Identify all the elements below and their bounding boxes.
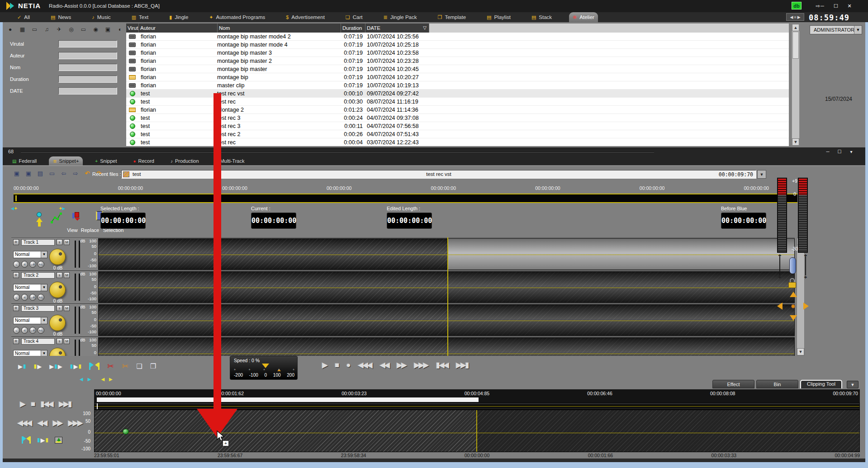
editor-tab[interactable]: + Snippet [91, 156, 121, 165]
track-name[interactable]: Track 3 [21, 305, 55, 312]
editor-tab[interactable]: ≣ Snippet+ [49, 156, 83, 165]
chevron-down-icon[interactable]: ▼ [41, 251, 47, 258]
category-tab[interactable]: ▮ Jingle [166, 12, 192, 22]
table-row[interactable]: florian Montage 2 0:01:23 04/07/2024 11:… [126, 106, 789, 114]
pan-left-button[interactable]: L [13, 294, 20, 301]
user-mode-icon[interactable] [33, 212, 45, 227]
transport-button[interactable]: ● [346, 361, 349, 370]
category-tab[interactable]: ❋ Atelier [569, 12, 598, 22]
table-row[interactable]: test test rec 3 0:00:24 04/07/2024 09:37… [126, 114, 789, 122]
clip-point-marker[interactable] [123, 429, 129, 435]
clip-transport-button[interactable]: ▶▶ [52, 418, 62, 428]
nudge-in-right-icon[interactable]: ▶ [88, 377, 91, 382]
gain-knob[interactable] [49, 348, 66, 356]
browser-tool-icon[interactable]: ✈ [55, 26, 63, 33]
browser-tool-icon[interactable]: ▦ [19, 26, 26, 33]
track-waveform[interactable] [98, 238, 795, 270]
play-selection-icon[interactable]: ▮▶▮ [37, 437, 48, 443]
column-header-auteur[interactable]: Auteur [138, 24, 217, 33]
clip-tool-tab[interactable]: Bin [756, 380, 798, 388]
category-tab[interactable]: ▤ Playlist [483, 12, 514, 22]
track-mute-button[interactable]: M [64, 272, 70, 278]
category-tab[interactable]: ▤ Stack [528, 12, 555, 22]
gain-knob[interactable] [49, 315, 66, 331]
track-mute-button[interactable]: M [64, 338, 70, 344]
browser-tool-icon[interactable]: ◐ [116, 26, 124, 33]
maximize-button[interactable]: ☐ [830, 2, 841, 9]
track-mute-button[interactable]: M [64, 239, 70, 245]
scroll-up-icon[interactable]: ▲ [792, 24, 799, 31]
category-tab[interactable]: ❏ Cart [342, 12, 366, 22]
user-dropdown[interactable]: ADMINISTRATOR ▼ [810, 25, 862, 34]
track-solo-button[interactable]: s [57, 239, 62, 245]
link-fader[interactable] [789, 257, 796, 274]
track-name[interactable]: Track 4 [21, 338, 55, 345]
pan-lr-button[interactable]: L/R [29, 327, 36, 334]
category-tab[interactable]: ♪ Music [88, 12, 114, 22]
nav-up-icon[interactable] [790, 292, 797, 297]
editor-toolbar-icon[interactable]: ▣ [24, 170, 33, 178]
chevron-down-icon[interactable]: ▼ [41, 350, 47, 356]
mark-in-play-icon[interactable]: ▶▮ [18, 364, 26, 369]
clip-transport-button[interactable]: ▶ [20, 399, 24, 409]
table-row[interactable]: test test rec 0:00:30 08/07/2024 11:16:1… [126, 98, 789, 106]
editor-toolbar-icon[interactable]: ▣ [13, 170, 21, 178]
clip-waveform[interactable] [94, 410, 860, 452]
transport-button[interactable]: ▶▶▮ [456, 360, 468, 370]
editor-toolbar-icon[interactable]: ▤ [36, 170, 44, 178]
track-mute-button[interactable]: M [64, 305, 70, 311]
mark-out-icon[interactable] [29, 436, 31, 444]
clip-tool-tab[interactable]: Effect [712, 380, 754, 388]
clip-transport-button[interactable]: ◀◀ [37, 418, 46, 428]
track-record-button[interactable]: R [13, 239, 19, 245]
scroll-down-icon[interactable]: ▼ [792, 138, 799, 146]
table-row[interactable]: florian master clip 0:07:19 10/07/2024 1… [126, 81, 789, 90]
transport-button[interactable]: ▶▶▶ [414, 360, 427, 370]
editor-tab[interactable]: ≡ Multi-Track [211, 156, 249, 165]
pan-rl-button[interactable]: R/L [38, 327, 44, 334]
track-mode-select[interactable]: Normal ▼ [13, 317, 47, 324]
clip-transport-button[interactable]: ▶▶▮ [59, 399, 71, 409]
nav-down-icon[interactable] [790, 315, 797, 321]
play-selection-icon[interactable]: ▮▶▮ [70, 364, 81, 369]
table-row[interactable]: test test rec vst 0:00:10 09/07/2024 09:… [126, 90, 789, 98]
column-header-duration[interactable]: Duration [341, 24, 365, 33]
window-menu-icon[interactable]: ▾ [847, 148, 856, 155]
table-row[interactable]: test test rec 0:00:04 03/07/2024 12:22:4… [126, 138, 789, 146]
pan-right-button[interactable]: R [21, 327, 28, 334]
editor-overview-bar[interactable] [14, 194, 797, 203]
category-tab[interactable]: ≣ Jingle Pack [379, 12, 420, 22]
copy-icon[interactable]: ❏ [136, 362, 142, 370]
scrollbar-thumb[interactable] [792, 32, 799, 59]
editor-toolbar-icon[interactable]: ⇨ [71, 170, 80, 178]
nav-center-icon[interactable] [791, 304, 795, 308]
window-minimize-icon[interactable]: ─ [823, 148, 832, 155]
view-tool[interactable]: View [46, 211, 66, 227]
track-solo-button[interactable]: s [57, 305, 62, 311]
pan-left-button[interactable]: L [13, 327, 20, 334]
mark-in-icon[interactable] [22, 436, 23, 444]
filter-field-input[interactable] [58, 40, 117, 47]
table-row[interactable]: florian montage bip master mode 4 0:07:1… [126, 41, 789, 49]
pan-lr-button[interactable]: L/R [29, 294, 36, 301]
track-record-button[interactable]: R [13, 305, 19, 311]
mark-out-play-icon[interactable]: ▮▶ [34, 364, 42, 369]
table-row[interactable]: florian montage bip master 3 0:07:19 10/… [126, 49, 789, 57]
editor-tab[interactable]: ▤ Federall [8, 156, 41, 165]
track-waveform[interactable] [98, 304, 795, 336]
paste-icon[interactable]: ❐ [150, 362, 156, 370]
column-header-date[interactable]: DATE ▽ [365, 24, 429, 33]
track-record-button[interactable]: R [13, 338, 19, 344]
clip-transport-button[interactable]: ◀◀◀ [17, 418, 31, 428]
track-solo-button[interactable]: s [57, 338, 62, 344]
track-name[interactable]: Track 2 [21, 272, 55, 279]
replace-tool[interactable]: Replace [67, 211, 87, 222]
transport-button[interactable]: ◀◀◀ [358, 360, 371, 370]
clip-tool-menu-icon[interactable]: ▼ [847, 381, 859, 388]
pan-rl-button[interactable]: R/L [38, 261, 44, 268]
browser-tool-icon[interactable]: ◎ [67, 26, 75, 33]
category-tab[interactable]: ✓ All [14, 12, 33, 22]
nav-left-icon[interactable] [777, 303, 783, 310]
table-row[interactable]: florian montage bip master 2 0:07:19 10/… [126, 57, 789, 65]
scroll-down-icon[interactable]: ▼ [797, 348, 804, 355]
